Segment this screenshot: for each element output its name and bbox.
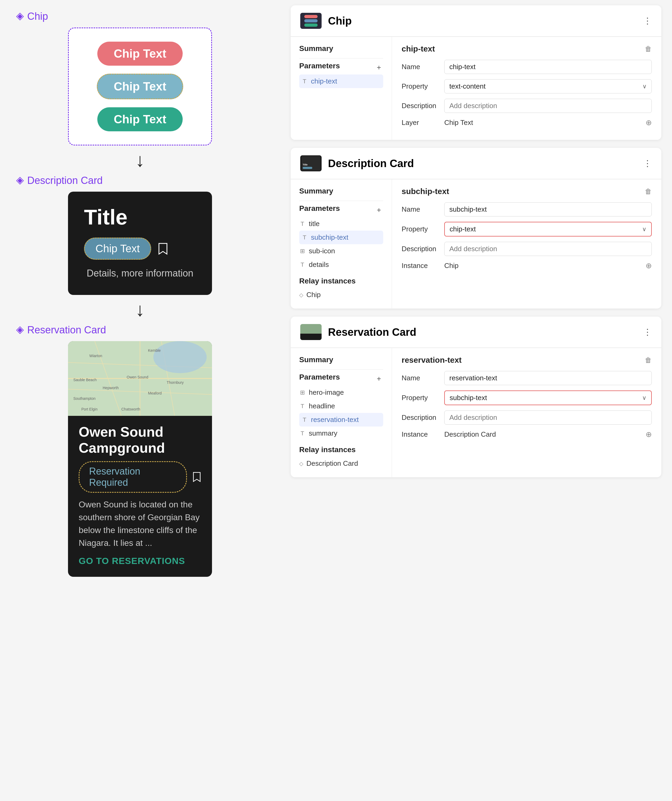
res-card-map: Wiarton Kemble Sauble Beach Hepworth Owe… — [68, 341, 212, 416]
res-summary-label: Summary — [299, 355, 334, 364]
desc-prop-property-row: Property chip-text ∨ — [402, 222, 652, 236]
res-prop-description-input[interactable] — [444, 410, 652, 425]
res-prop-header: reservation-text 🗑 — [402, 355, 652, 365]
left-column: Chip Chip Text Chip Text Chip Text ↓ Des… — [0, 0, 280, 801]
svg-text:Kemble: Kemble — [148, 348, 161, 352]
desc-prop-description-label: Description — [402, 245, 444, 253]
res-card-headline: Owen Sound Campground — [79, 424, 201, 456]
res-relay-name-0: Description Card — [306, 459, 358, 468]
desc-prop-title: subchip-text — [402, 187, 449, 196]
chip-panel-more-icon[interactable]: ⋮ — [643, 16, 652, 26]
chip-add-param-button[interactable]: + — [375, 63, 383, 72]
desc-parameters-label: Parameters — [299, 204, 340, 213]
chip-delete-icon[interactable]: 🗑 — [645, 45, 652, 53]
desc-prop-instance-target-icon[interactable]: ⊕ — [646, 261, 652, 270]
chip-parameters-label: Parameters — [299, 62, 340, 70]
chip-param-name-0: chip-text — [311, 77, 337, 85]
res-param-row-2[interactable]: T reservation-text — [299, 413, 383, 426]
desc-param-name-0: title — [309, 220, 319, 228]
desc-chip-pill: Chip Text — [84, 238, 151, 260]
chip-prop-header: chip-text 🗑 — [402, 44, 652, 53]
desc-prop-header: subchip-text 🗑 — [402, 187, 652, 196]
chip-component-box: Chip Text Chip Text Chip Text — [68, 27, 212, 145]
res-panel-more-icon[interactable]: ⋮ — [643, 327, 652, 337]
res-param-row-0[interactable]: ⊞ hero-image — [299, 386, 383, 399]
desc-prop-property-select[interactable]: chip-text ∨ — [444, 222, 652, 236]
res-prop-property-chevron: ∨ — [642, 394, 646, 401]
chip-section-title: Chip — [16, 11, 48, 22]
res-param-type-icon-3: T — [299, 430, 306, 437]
chip-prop-property-label: Property — [402, 82, 444, 90]
svg-text:Hepworth: Hepworth — [103, 386, 119, 390]
desc-thumb-inner: Title — [302, 156, 320, 170]
res-prop-property-label: Property — [402, 394, 444, 402]
chip-prop-property-chevron: ∨ — [642, 83, 647, 90]
desc-section-title: Description Card — [16, 175, 103, 186]
chip-prop-layer-row: Layer Chip Text ⊕ — [402, 118, 652, 127]
chip-prop-name-row: Name — [402, 60, 652, 74]
desc-param-row-2[interactable]: ⊞ sub-icon — [299, 244, 383, 258]
res-card-body: Owen Sound Campground Reservation Requir… — [68, 416, 212, 577]
res-param-row-3[interactable]: T summary — [299, 426, 383, 440]
desc-prop-description-input[interactable] — [444, 242, 652, 256]
res-panel-title: Reservation Card — [328, 326, 637, 338]
res-prop-name-row: Name — [402, 371, 652, 385]
chip-prop-property-value: text-content — [449, 82, 642, 90]
desc-panel-more-icon[interactable]: ⋮ — [643, 158, 652, 169]
res-prop-property-select[interactable]: subchip-text ∨ — [444, 391, 652, 405]
res-param-name-3: summary — [309, 429, 337, 437]
res-prop-instance-target-icon[interactable]: ⊕ — [646, 430, 652, 439]
desc-relay-label: Relay instances — [299, 277, 383, 285]
res-card-summary: Owen Sound is located on the southern sh… — [79, 498, 201, 549]
res-panel-body: Summary Parameters + ⊞ hero-image T head… — [291, 348, 661, 477]
desc-param-row-0[interactable]: T title — [299, 217, 383, 231]
res-section-title: Reservation Card — [16, 324, 106, 336]
arrow-down-1: ↓ — [135, 151, 145, 169]
chip-panel-left: Summary Parameters + T chip-text — [291, 37, 392, 140]
svg-text:Owen Sound: Owen Sound — [127, 375, 148, 379]
svg-text:Meaford: Meaford — [148, 391, 162, 395]
res-parameters-label: Parameters — [299, 373, 340, 381]
right-column: Chip ⋮ Summary Parameters + T chip-text — [280, 0, 672, 801]
svg-text:Southampton: Southampton — [73, 396, 95, 400]
desc-prop-name-input[interactable] — [444, 202, 652, 217]
chip-prop-layer-value: Chip Text — [444, 119, 473, 127]
chip-prop-name-input[interactable] — [444, 60, 652, 74]
desc-relay-item-0: ◇ Chip — [299, 288, 383, 301]
chip-prop-layer-value-row: Chip Text ⊕ — [444, 118, 652, 127]
res-prop-instance-label: Instance — [402, 430, 444, 439]
desc-param-row-1[interactable]: T subchip-text — [299, 231, 383, 244]
svg-text:Port Elgin: Port Elgin — [81, 407, 98, 411]
desc-param-row-3[interactable]: T details — [299, 258, 383, 272]
chip-prop-property-select[interactable]: text-content ∨ — [444, 79, 652, 93]
svg-text:Chatsworth: Chatsworth — [121, 407, 140, 411]
desc-delete-icon[interactable]: 🗑 — [645, 187, 652, 196]
res-chip-pill: Reservation Required — [79, 461, 187, 493]
desc-add-param-button[interactable]: + — [375, 206, 383, 214]
chip-pill-teal: Chip Text — [97, 107, 183, 131]
chip-prop-description-input[interactable] — [444, 99, 652, 113]
chip-prop-layer-label: Layer — [402, 119, 444, 127]
chip-prop-layer-target-icon[interactable]: ⊕ — [646, 118, 652, 127]
desc-panel-left: Summary Parameters + T title T subchip-t… — [291, 179, 392, 309]
arrow-down-2: ↓ — [135, 300, 145, 319]
chip-param-row-0[interactable]: T chip-text — [299, 74, 383, 88]
res-prop-instance-value: Description Card — [444, 430, 496, 439]
desc-param-type-icon-3: T — [299, 261, 306, 268]
desc-card-chip-row: Chip Text — [84, 238, 196, 260]
desc-prop-instance-label: Instance — [402, 262, 444, 270]
res-prop-name-input[interactable] — [444, 371, 652, 385]
desc-panel-body: Summary Parameters + T title T subchip-t… — [291, 179, 661, 309]
chip-panel-thumbnail — [300, 13, 322, 29]
res-param-name-2: reservation-text — [311, 416, 359, 424]
res-panel: Reservation Card ⋮ Summary Parameters + … — [291, 317, 661, 477]
svg-text:Thornbury: Thornbury — [167, 380, 184, 384]
res-add-param-button[interactable]: + — [375, 375, 383, 383]
desc-card-title-text: Title — [84, 205, 196, 230]
res-param-row-1[interactable]: T headline — [299, 399, 383, 413]
chip-param-type-icon-0: T — [302, 78, 308, 85]
res-delete-icon[interactable]: 🗑 — [645, 356, 652, 364]
desc-param-type-icon-2: ⊞ — [299, 248, 306, 255]
res-relay-label: Relay instances — [299, 446, 383, 454]
res-prop-name-label: Name — [402, 374, 444, 382]
